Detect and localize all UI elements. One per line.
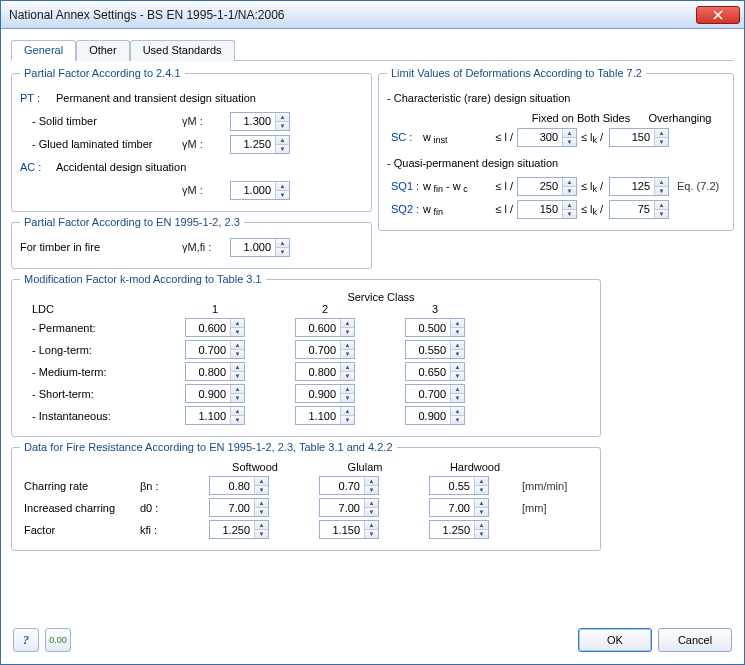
fire-r3-c3-spinner[interactable]: ▲▼ (429, 520, 489, 539)
kmod-r0-c3-spinner[interactable]: ▲▼ (405, 318, 465, 337)
sq2-v1-spinner[interactable]: ▲▼ (517, 200, 577, 219)
down-icon[interactable]: ▼ (276, 145, 289, 153)
down-icon[interactable]: ▼ (341, 372, 354, 380)
glulam-spinner[interactable]: ▲▼ (230, 135, 290, 154)
kmod-r0-c1-spinner[interactable]: ▲▼ (185, 318, 245, 337)
down-icon[interactable]: ▼ (255, 508, 268, 516)
fire-r1-c1-spinner[interactable]: ▲▼ (209, 476, 269, 495)
up-icon[interactable]: ▲ (475, 521, 488, 530)
down-icon[interactable]: ▼ (655, 138, 668, 146)
kmod-r2-c2-spinner[interactable]: ▲▼ (295, 362, 355, 381)
kmod-r2-c3-spinner[interactable]: ▲▼ (405, 362, 465, 381)
up-icon[interactable]: ▲ (365, 521, 378, 530)
sq2-v2-spinner[interactable]: ▲▼ (609, 200, 669, 219)
ac-spinner[interactable]: ▲▼ (230, 181, 290, 200)
up-icon[interactable]: ▲ (276, 113, 289, 122)
sq1-v2-spinner[interactable]: ▲▼ (609, 177, 669, 196)
kmod-r3-c1-spinner[interactable]: ▲▼ (185, 384, 245, 403)
kmod-r1-c1-spinner[interactable]: ▲▼ (185, 340, 245, 359)
up-icon[interactable]: ▲ (341, 407, 354, 416)
down-icon[interactable]: ▼ (276, 248, 289, 256)
sq2-v2-input[interactable] (610, 201, 654, 218)
kmod-r3-c2-input[interactable] (296, 385, 340, 402)
up-icon[interactable]: ▲ (255, 499, 268, 508)
down-icon[interactable]: ▼ (451, 350, 464, 358)
kmod-r0-c3-input[interactable] (406, 319, 450, 336)
up-icon[interactable]: ▲ (231, 363, 244, 372)
down-icon[interactable]: ▼ (563, 210, 576, 218)
up-icon[interactable]: ▲ (276, 136, 289, 145)
kmod-r4-c3-input[interactable] (406, 407, 450, 424)
up-icon[interactable]: ▲ (255, 477, 268, 486)
fire-r3-c2-spinner[interactable]: ▲▼ (319, 520, 379, 539)
kmod-r3-c1-input[interactable] (186, 385, 230, 402)
up-icon[interactable]: ▲ (365, 499, 378, 508)
fire-r2-c2-input[interactable] (320, 499, 364, 516)
up-icon[interactable]: ▲ (276, 239, 289, 248)
kmod-r2-c1-input[interactable] (186, 363, 230, 380)
down-icon[interactable]: ▼ (255, 530, 268, 538)
fire-r2-c1-input[interactable] (210, 499, 254, 516)
down-icon[interactable]: ▼ (276, 122, 289, 130)
fire-r1-c2-spinner[interactable]: ▲▼ (319, 476, 379, 495)
up-icon[interactable]: ▲ (655, 201, 668, 210)
sc-v2-spinner[interactable]: ▲▼ (609, 128, 669, 147)
fire-r2-c3-spinner[interactable]: ▲▼ (429, 498, 489, 517)
sq1-v2-input[interactable] (610, 178, 654, 195)
up-icon[interactable]: ▲ (451, 319, 464, 328)
down-icon[interactable]: ▼ (451, 416, 464, 424)
up-icon[interactable]: ▲ (451, 385, 464, 394)
down-icon[interactable]: ▼ (231, 372, 244, 380)
down-icon[interactable]: ▼ (365, 508, 378, 516)
up-icon[interactable]: ▲ (341, 319, 354, 328)
up-icon[interactable]: ▲ (655, 129, 668, 138)
down-icon[interactable]: ▼ (365, 530, 378, 538)
kmod-r4-c2-spinner[interactable]: ▲▼ (295, 406, 355, 425)
tab-general[interactable]: General (11, 40, 76, 61)
sc-v1-input[interactable] (518, 129, 562, 146)
down-icon[interactable]: ▼ (231, 394, 244, 402)
down-icon[interactable]: ▼ (231, 350, 244, 358)
kmod-r4-c3-spinner[interactable]: ▲▼ (405, 406, 465, 425)
kmod-r4-c1-spinner[interactable]: ▲▼ (185, 406, 245, 425)
fire-r3-c1-input[interactable] (210, 521, 254, 538)
up-icon[interactable]: ▲ (276, 182, 289, 191)
fire-spinner[interactable]: ▲▼ (230, 238, 290, 257)
ok-button[interactable]: OK (578, 628, 652, 652)
kmod-r4-c2-input[interactable] (296, 407, 340, 424)
kmod-r0-c2-spinner[interactable]: ▲▼ (295, 318, 355, 337)
down-icon[interactable]: ▼ (475, 530, 488, 538)
down-icon[interactable]: ▼ (655, 187, 668, 195)
fire-input[interactable] (231, 239, 275, 256)
glulam-input[interactable] (231, 136, 275, 153)
defaults-button[interactable]: 0.00 (45, 628, 71, 652)
up-icon[interactable]: ▲ (563, 129, 576, 138)
up-icon[interactable]: ▲ (231, 341, 244, 350)
down-icon[interactable]: ▼ (231, 416, 244, 424)
tab-used-standards[interactable]: Used Standards (130, 40, 235, 61)
fire-r1-c1-input[interactable] (210, 477, 254, 494)
kmod-r2-c1-spinner[interactable]: ▲▼ (185, 362, 245, 381)
up-icon[interactable]: ▲ (341, 341, 354, 350)
fire-r2-c2-spinner[interactable]: ▲▼ (319, 498, 379, 517)
down-icon[interactable]: ▼ (231, 328, 244, 336)
sq1-v1-spinner[interactable]: ▲▼ (517, 177, 577, 196)
sq2-v1-input[interactable] (518, 201, 562, 218)
up-icon[interactable]: ▲ (255, 521, 268, 530)
down-icon[interactable]: ▼ (451, 372, 464, 380)
ac-input[interactable] (231, 182, 275, 199)
up-icon[interactable]: ▲ (231, 407, 244, 416)
down-icon[interactable]: ▼ (365, 486, 378, 494)
solid-timber-input[interactable] (231, 113, 275, 130)
fire-r2-c3-input[interactable] (430, 499, 474, 516)
fire-r1-c3-input[interactable] (430, 477, 474, 494)
up-icon[interactable]: ▲ (231, 385, 244, 394)
fire-r3-c3-input[interactable] (430, 521, 474, 538)
tab-other[interactable]: Other (76, 40, 130, 61)
down-icon[interactable]: ▼ (276, 191, 289, 199)
up-icon[interactable]: ▲ (231, 319, 244, 328)
help-button[interactable]: ? (13, 628, 39, 652)
kmod-r3-c3-input[interactable] (406, 385, 450, 402)
kmod-r1-c1-input[interactable] (186, 341, 230, 358)
down-icon[interactable]: ▼ (341, 328, 354, 336)
